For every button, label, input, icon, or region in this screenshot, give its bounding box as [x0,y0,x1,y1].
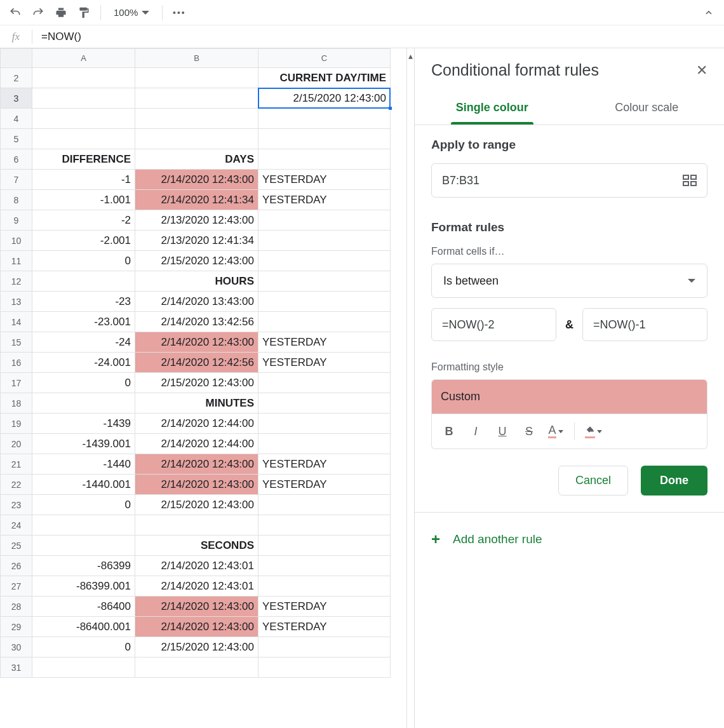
cell[interactable] [258,657,391,678]
print-icon[interactable] [52,4,70,22]
cell[interactable]: -1439.001 [32,434,135,454]
between-max-input[interactable]: =NOW()-1 [582,308,707,341]
cell[interactable] [258,292,391,312]
cell[interactable]: 0 [32,373,135,393]
collapse-toolbar-icon[interactable] [700,4,718,22]
cell[interactable]: 2/15/2020 12:43:00 [135,373,258,393]
cell[interactable]: -24.001 [32,353,135,373]
cell[interactable] [258,414,391,434]
row-header[interactable]: 5 [1,129,32,149]
selection-handle[interactable] [388,106,392,111]
cell[interactable] [135,657,258,678]
cell[interactable]: 2/15/2020 12:43:00 [135,495,258,515]
cell[interactable]: -1 [32,170,135,190]
cell[interactable]: 2/13/2020 12:41:34 [135,231,258,251]
cell[interactable] [258,576,391,597]
underline-button[interactable]: U [492,421,513,442]
cell[interactable] [258,637,391,657]
row-header[interactable]: 21 [1,454,32,475]
cell[interactable] [135,68,258,88]
cell[interactable] [32,271,135,292]
cell[interactable]: SECONDS [135,536,258,556]
cell[interactable]: 2/15/2020 12:43:00 [135,637,258,657]
cell[interactable]: 2/14/2020 12:43:01 [135,556,258,576]
row-header[interactable]: 31 [1,657,32,678]
cell[interactable] [32,657,135,678]
cell[interactable]: YESTERDAY [258,353,391,373]
cell[interactable] [258,373,391,393]
row-header[interactable]: 27 [1,576,32,597]
cell[interactable] [135,88,258,109]
text-color-button[interactable]: A [545,421,566,442]
row-header[interactable]: 23 [1,495,32,515]
cell[interactable]: 2/14/2020 12:42:56 [135,353,258,373]
between-min-input[interactable]: =NOW()-2 [431,308,556,341]
more-icon[interactable]: ••• [170,4,188,22]
row-header[interactable]: 6 [1,149,32,170]
cell[interactable] [32,536,135,556]
cell[interactable]: -86400 [32,597,135,617]
cell[interactable]: 0 [32,495,135,515]
row-header[interactable]: 19 [1,414,32,434]
cell[interactable] [258,515,391,536]
row-header[interactable]: 26 [1,556,32,576]
cell[interactable]: DAYS [135,149,258,170]
cell[interactable]: 2/15/2020 12:43:00 [258,88,391,109]
cell[interactable]: -86400.001 [32,617,135,637]
cell[interactable] [258,495,391,515]
zoom-dropdown[interactable]: 100% [109,7,154,18]
row-header[interactable]: 29 [1,617,32,637]
row-header[interactable]: 10 [1,231,32,251]
cell[interactable]: -86399.001 [32,576,135,597]
cell[interactable]: -23.001 [32,312,135,332]
row-header[interactable]: 28 [1,597,32,617]
done-button[interactable]: Done [641,466,707,495]
cell[interactable]: -1.001 [32,190,135,210]
cell[interactable]: 2/14/2020 12:43:00 [135,332,258,353]
cell[interactable]: HOURS [135,271,258,292]
bold-button[interactable]: B [438,421,460,442]
cell[interactable] [32,88,135,109]
cell[interactable]: MINUTES [135,393,258,414]
cell[interactable]: 2/13/2020 12:43:00 [135,210,258,231]
fill-color-button[interactable] [582,421,604,442]
row-header[interactable]: 8 [1,190,32,210]
cell[interactable] [258,271,391,292]
cell[interactable] [135,129,258,149]
cell[interactable] [258,149,391,170]
redo-icon[interactable] [29,4,47,22]
row-header[interactable]: 2 [1,68,32,88]
format-style-preview[interactable]: Custom [431,379,707,414]
row-header[interactable]: 16 [1,353,32,373]
cell[interactable] [258,210,391,231]
cell[interactable]: YESTERDAY [258,332,391,353]
cell[interactable]: YESTERDAY [258,475,391,495]
row-header[interactable]: 18 [1,393,32,414]
tab-colour-scale[interactable]: Colour scale [570,92,725,125]
cell[interactable]: CURRENT DAY/TIME [258,68,391,88]
cell[interactable] [32,109,135,129]
cell[interactable]: -1440.001 [32,475,135,495]
cell[interactable] [258,536,391,556]
row-header[interactable]: 11 [1,251,32,271]
row-header[interactable]: 15 [1,332,32,353]
cell[interactable] [258,109,391,129]
cell[interactable]: 2/14/2020 12:41:34 [135,190,258,210]
paint-format-icon[interactable] [75,4,93,22]
column-header-C[interactable]: C [258,49,391,68]
row-header[interactable]: 7 [1,170,32,190]
formula-input[interactable]: =NOW() [32,30,724,43]
cell[interactable]: YESTERDAY [258,170,391,190]
row-header[interactable]: 4 [1,109,32,129]
row-header[interactable]: 17 [1,373,32,393]
cell[interactable]: YESTERDAY [258,617,391,637]
row-header[interactable]: 9 [1,210,32,231]
condition-select[interactable]: Is between [431,264,707,298]
tab-single-colour[interactable]: Single colour [415,92,570,125]
range-input[interactable]: B7:B31 [431,163,707,198]
italic-button[interactable]: I [465,421,486,442]
row-header[interactable]: 24 [1,515,32,536]
cell[interactable]: -2 [32,210,135,231]
cell[interactable] [258,251,391,271]
cell[interactable] [135,515,258,536]
